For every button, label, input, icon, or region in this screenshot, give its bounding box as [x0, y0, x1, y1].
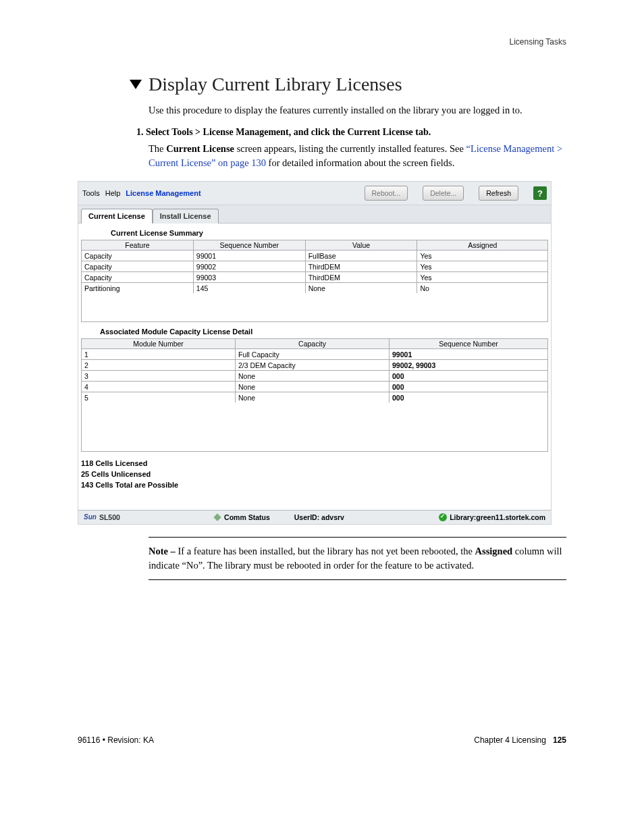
tab-bar: Current License Install License: [78, 205, 551, 224]
status-ok-icon: [439, 513, 447, 521]
note-block: Note – If a feature has been installed, …: [149, 537, 566, 580]
userid-label: UserID: advsrv: [294, 513, 344, 521]
table-row: 1Full Capacity99001: [82, 349, 548, 360]
col-capacity: Capacity: [236, 339, 390, 349]
cells-unlicensed: 25 Cells Unlicensed: [81, 469, 551, 480]
table-row: 3None000: [82, 371, 548, 382]
delete-button[interactable]: Delete...: [423, 186, 464, 201]
status-bar: Sun SL500 Comm Status UserID: advsrv Lib…: [78, 510, 551, 524]
table-row: 4None000: [82, 382, 548, 392]
table-row: 22/3 DEM Capacity99002, 99003: [82, 360, 548, 371]
cells-summary: 118 Cells Licensed 25 Cells Unlicensed 1…: [78, 452, 551, 504]
reboot-button[interactable]: Reboot...: [365, 186, 408, 201]
step-1: 1. Select Tools > License Management, an…: [136, 127, 566, 138]
footer-left: 96116 • Revision: KA: [78, 735, 154, 745]
refresh-button[interactable]: Refresh: [479, 186, 518, 201]
summary-table: Feature Sequence Number Value Assigned C…: [81, 240, 548, 294]
table-row: 5None000: [82, 392, 548, 403]
detail-table: Module Number Capacity Sequence Number 1…: [81, 338, 548, 403]
table-row: Partitioning145NoneNo: [82, 283, 548, 294]
page-footer: 96116 • Revision: KA Chapter 4 Licensing…: [78, 735, 566, 745]
footer-chapter: Chapter 4 Licensing: [474, 735, 546, 745]
screenshot-panel: Tools Help License Management Reboot... …: [78, 181, 552, 525]
summary-title: Current License Summary: [78, 224, 551, 240]
menu-help[interactable]: Help: [105, 189, 121, 197]
menu-tools[interactable]: Tools: [82, 189, 100, 197]
step-1-body: The Current License screen appears, list…: [149, 142, 566, 170]
help-icon[interactable]: ?: [533, 186, 547, 200]
col-seq: Sequence Number: [193, 240, 305, 251]
table-row: Capacity99002ThirdDEMYes: [82, 261, 548, 272]
col-value: Value: [305, 240, 417, 251]
detail-title: Associated Module Capacity License Detai…: [78, 322, 551, 338]
intro-paragraph: Use this procedure to display the featur…: [149, 103, 566, 118]
triangle-down-icon: [130, 80, 142, 89]
tab-install-license[interactable]: Install License: [153, 209, 219, 224]
current-license-panel: Current License Summary Feature Sequence…: [78, 224, 551, 510]
menu-license-management[interactable]: License Management: [126, 189, 200, 197]
running-header: Licensing Tasks: [78, 37, 566, 47]
col-feature: Feature: [82, 240, 194, 251]
section-heading-text: Display Current Library Licenses: [149, 74, 402, 95]
col-module: Module Number: [82, 339, 236, 349]
comm-status: Comm Status: [224, 513, 270, 521]
table-row: Capacity99003ThirdDEMYes: [82, 272, 548, 283]
cells-total: 143 Cells Total are Possible: [81, 480, 551, 491]
table-row: Capacity99001FullBaseYes: [82, 251, 548, 261]
diamond-icon: [213, 513, 221, 521]
tab-current-license[interactable]: Current License: [81, 209, 153, 224]
model-label: SL500: [99, 513, 120, 521]
col-seqnum: Sequence Number: [390, 339, 548, 349]
col-assigned: Assigned: [417, 240, 548, 251]
section-heading: Display Current Library Licenses: [130, 74, 566, 95]
note-label: Note –: [149, 546, 178, 556]
menubar: Tools Help License Management Reboot... …: [78, 182, 551, 205]
sun-logo-icon: Sun: [84, 513, 97, 521]
footer-page-number: 125: [553, 735, 566, 745]
cells-licensed: 118 Cells Licensed: [81, 459, 551, 469]
library-label: Library:green11.stortek.com: [450, 513, 545, 521]
